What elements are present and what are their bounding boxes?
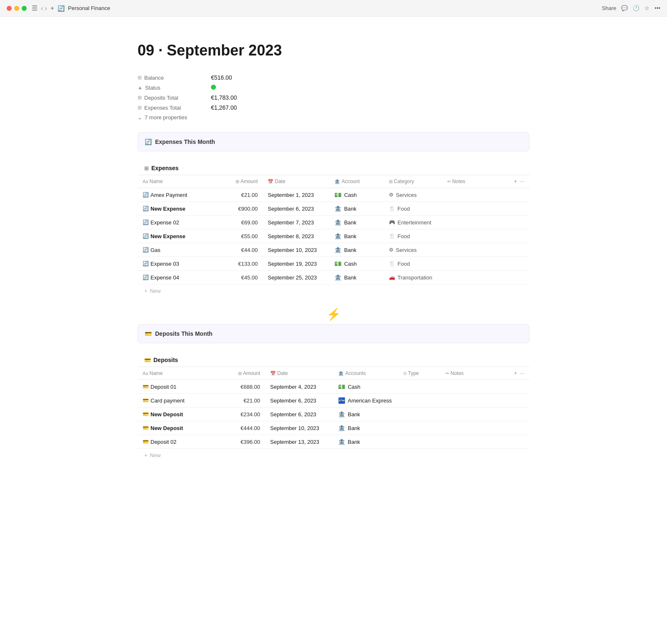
table-row[interactable]: 🔄 Expense 02 €69.00 September 7, 2023 🏦B… (138, 216, 529, 229)
expense-notes-cell (442, 216, 509, 229)
share-button[interactable]: Share (602, 5, 617, 11)
expense-account-cell: 🏦Bank (329, 229, 384, 243)
bank-icon: 🏦 (338, 425, 345, 431)
expense-category-cell: 🎮Enterteinment (384, 216, 442, 229)
col-header-name: AaName (138, 175, 213, 188)
status-dot (211, 85, 216, 90)
section-separator: ⚡ (138, 304, 529, 324)
amex-icon: 🏧 (338, 397, 345, 404)
dep-add-column-icon[interactable]: + (514, 370, 517, 376)
category-icon: 🍴 (389, 206, 395, 211)
bank-icon: 🏦 (334, 247, 341, 253)
menu-icon[interactable]: ☰ (32, 4, 38, 12)
expense-category-cell: ⚙Services (384, 243, 442, 257)
expenses-table-icon: ⊞ (144, 165, 149, 171)
more-icon[interactable]: ••• (654, 5, 660, 11)
clock-icon[interactable]: 🕐 (633, 5, 639, 11)
table-row[interactable]: 🔄 Expense 04 €45.00 September 25, 2023 🏦… (138, 271, 529, 284)
category-icon: 🚗 (389, 274, 395, 280)
deposit-name-cell: 💳 Deposit 01 (138, 380, 214, 394)
balance-value: €516.00 (211, 74, 232, 81)
back-icon[interactable]: ‹ (41, 5, 43, 12)
expense-notes-cell (442, 271, 509, 284)
more-columns-icon[interactable]: ··· (520, 179, 524, 184)
deposit-row-extra (509, 408, 529, 421)
col-header-category: ⊞Category (384, 175, 442, 188)
dep-col-header-date: 📅Date (265, 367, 333, 380)
expense-row-extra (509, 229, 529, 243)
deposits-table-icon: 💳 (144, 357, 151, 363)
expense-category-cell: 🍴Food (384, 202, 442, 216)
dep-row-icon: 💳 (143, 439, 149, 445)
dep-more-columns-icon[interactable]: ··· (520, 370, 524, 376)
expenses-new-row[interactable]: + New (138, 284, 529, 297)
category-icon: 🎮 (389, 219, 395, 225)
cash-icon: 💵 (338, 383, 345, 390)
dep-col-header-actions: + ··· (509, 367, 529, 380)
col-header-amount: ⊞Amount (213, 175, 263, 188)
expense-row-extra (509, 188, 529, 202)
col-header-date: 📅Date (263, 175, 329, 188)
deposit-amount-cell: €444.00 (214, 421, 265, 435)
expense-row-extra (509, 271, 529, 284)
deposit-notes-cell (441, 394, 509, 408)
titlebar: ☰ ‹ › + 🔄 Personal Finance Share 💬 🕐 ☆ •… (0, 0, 667, 17)
comments-icon[interactable]: 💬 (621, 5, 628, 11)
table-row[interactable]: 💳 Deposit 01 €688.00 September 4, 2023 💵… (138, 380, 529, 394)
table-row[interactable]: 🔄 Gas €44.00 September 10, 2023 🏦Bank ⚙S… (138, 243, 529, 257)
row-icon: 🔄 (143, 233, 149, 239)
expense-category-cell: ⚙Services (384, 188, 442, 202)
star-icon[interactable]: ☆ (644, 5, 649, 11)
more-properties[interactable]: ⌄ 7 more properties (138, 113, 529, 122)
deposit-name-cell: 💳 Card payment (138, 394, 214, 408)
expense-row-extra (509, 243, 529, 257)
expenses-total-value: €1,267.00 (211, 104, 237, 111)
expenses-table-container: ⊞ Expenses AaName ⊞Amount 📅Date 🏦Account (138, 161, 529, 297)
status-label: ▲ Status (138, 85, 204, 91)
table-row[interactable]: 💳 Card payment €21.00 September 6, 2023 … (138, 394, 529, 408)
page-title: 09 · September 2023 (138, 42, 529, 59)
close-button[interactable] (7, 6, 12, 11)
dep-row-icon: 💳 (143, 425, 149, 431)
add-icon[interactable]: + (50, 5, 54, 12)
add-column-icon[interactable]: + (514, 179, 517, 184)
table-row[interactable]: 🔄 New Expense €900.00 September 6, 2023 … (138, 202, 529, 216)
deposit-date-cell: September 13, 2023 (265, 435, 333, 449)
minimize-button[interactable] (14, 6, 19, 11)
expense-account-cell: 🏦Bank (329, 216, 384, 229)
bank-icon: 🏦 (334, 205, 341, 212)
expense-date-cell: September 19, 2023 (263, 257, 329, 271)
expenses-section-label: Expenses This Month (155, 138, 215, 145)
deposit-notes-cell (441, 408, 509, 421)
deposit-type-cell (398, 421, 441, 435)
table-row[interactable]: 🔄 New Expense €55.00 September 8, 2023 🏦… (138, 229, 529, 243)
table-row[interactable]: 💳 New Deposit €444.00 September 10, 2023… (138, 421, 529, 435)
deposit-date-cell: September 10, 2023 (265, 421, 333, 435)
expense-category-cell: 🍴Food (384, 229, 442, 243)
expense-amount-cell: €21.00 (213, 188, 263, 202)
expense-date-cell: September 1, 2023 (263, 188, 329, 202)
expenses-table-title: Expenses (151, 165, 178, 171)
table-row[interactable]: 💳 Deposit 02 €396.00 September 13, 2023 … (138, 435, 529, 449)
table-row[interactable]: 💳 New Deposit €234.00 September 6, 2023 … (138, 408, 529, 421)
maximize-button[interactable] (22, 6, 27, 11)
deposit-notes-cell (441, 435, 509, 449)
deposits-new-row[interactable]: + New (138, 449, 529, 462)
expense-amount-cell: €133.00 (213, 257, 263, 271)
expense-account-cell: 💵Cash (329, 257, 384, 271)
table-row[interactable]: 🔄 Amex Payment €21.00 September 1, 2023 … (138, 188, 529, 202)
category-icon: 🍴 (389, 261, 395, 267)
expense-name-cell: 🔄 Expense 02 (138, 216, 213, 229)
forward-icon[interactable]: › (45, 5, 47, 12)
property-balance: ⊞ Balance €516.00 (138, 73, 529, 83)
deposits-icon: ⊞ (138, 95, 142, 101)
table-row[interactable]: 🔄 Expense 03 €133.00 September 19, 2023 … (138, 257, 529, 271)
expense-notes-cell (442, 188, 509, 202)
deposit-amount-cell: €688.00 (214, 380, 265, 394)
deposit-notes-cell (441, 380, 509, 394)
expense-amount-cell: €55.00 (213, 229, 263, 243)
deposit-date-cell: September 4, 2023 (265, 380, 333, 394)
expense-account-cell: 🏦Bank (329, 243, 384, 257)
expense-category-cell: 🚗Transportation (384, 271, 442, 284)
expenses-icon: ⊞ (138, 105, 142, 111)
